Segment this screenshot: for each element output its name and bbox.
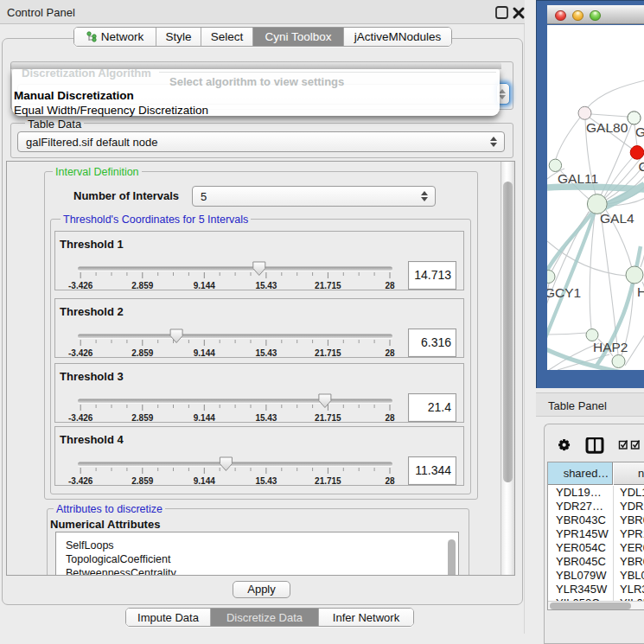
- svg-text:2.859: 2.859: [131, 281, 153, 290]
- svg-text:21.715: 21.715: [315, 413, 341, 423]
- svg-text:21.715: 21.715: [315, 348, 341, 358]
- svg-text:-3.426: -3.426: [68, 476, 93, 486]
- svg-text:21.715: 21.715: [315, 281, 341, 290]
- svg-text:GAL11: GAL11: [558, 171, 598, 186]
- svg-text:15.43: 15.43: [255, 281, 277, 290]
- svg-text:GCY1: GCY1: [547, 285, 581, 300]
- svg-text:GAL80: GAL80: [586, 120, 628, 135]
- svg-text:28: 28: [385, 348, 395, 358]
- svg-text:C: C: [639, 159, 644, 174]
- svg-text:HAP2: HAP2: [593, 340, 628, 354]
- svg-text:2.859: 2.859: [131, 476, 153, 486]
- svg-text:9.144: 9.144: [194, 281, 215, 290]
- svg-text:-3.426: -3.426: [68, 348, 93, 358]
- svg-text:15.43: 15.43: [255, 348, 277, 358]
- svg-text:2.859: 2.859: [131, 413, 153, 423]
- svg-text:-3.426: -3.426: [68, 413, 93, 423]
- svg-text:2.859: 2.859: [131, 348, 153, 358]
- svg-text:28: 28: [385, 476, 395, 486]
- svg-text:9.144: 9.144: [194, 476, 215, 486]
- svg-text:21.715: 21.715: [315, 476, 341, 486]
- svg-text:9.144: 9.144: [194, 413, 215, 423]
- svg-text:GAL4: GAL4: [600, 211, 634, 226]
- svg-text:9.144: 9.144: [194, 348, 215, 358]
- svg-text:28: 28: [385, 281, 395, 290]
- svg-text:28: 28: [385, 413, 395, 423]
- svg-text:-3.426: -3.426: [68, 281, 93, 290]
- svg-text:HI: HI: [637, 284, 644, 299]
- svg-text:15.43: 15.43: [255, 476, 277, 486]
- svg-text:15.43: 15.43: [255, 413, 277, 423]
- svg-text:GAL7: GAL7: [635, 124, 644, 139]
